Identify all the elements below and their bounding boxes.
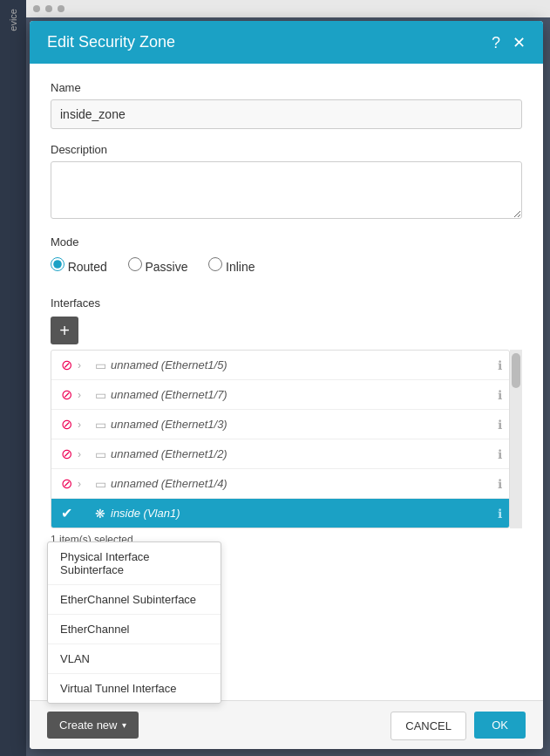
modal-header: Edit Security Zone ? ✕ <box>30 21 543 64</box>
interface-row[interactable]: ⊘ › ▭ unnamed (Ethernet1/3) ℹ <box>51 410 509 439</box>
interface-type-icon: ▭ <box>93 447 107 461</box>
interface-type-icon: ▭ <box>93 418 107 432</box>
name-input[interactable] <box>51 99 522 129</box>
mode-inline-radio[interactable] <box>208 257 222 271</box>
mode-radio-group: Routed Passive Inline <box>51 257 522 283</box>
info-icon[interactable]: ℹ <box>498 447 502 461</box>
interface-name: unnamed (Ethernet1/3) <box>111 418 494 431</box>
mode-routed-radio[interactable] <box>51 257 65 271</box>
interface-name: unnamed (Ethernet1/5) <box>111 358 494 371</box>
dropdown-item-etherchannel[interactable]: EtherChannel <box>48 615 221 644</box>
close-button[interactable]: ✕ <box>513 35 526 51</box>
interface-row[interactable]: ⊘ › ▭ unnamed (Ethernet1/4) ℹ <box>51 469 509 499</box>
mode-inline-label: Inline <box>226 260 255 274</box>
mode-label: Mode <box>51 235 522 249</box>
scrollbar-thumb[interactable] <box>512 353 520 388</box>
chevron-right-icon: › <box>78 478 90 490</box>
interface-type-icon: ▭ <box>93 477 107 491</box>
edit-security-zone-modal: Edit Security Zone ? ✕ Name Description … <box>30 21 543 749</box>
plus-icon: + <box>59 321 70 341</box>
name-label: Name <box>51 81 522 94</box>
top-dot-1 <box>33 5 40 12</box>
ban-icon: ⊘ <box>58 357 74 373</box>
device-label: evice <box>8 9 18 31</box>
interface-type-icon: ▭ <box>93 358 107 372</box>
ban-icon: ⊘ <box>58 416 74 432</box>
dropdown-item-etherchannel-subinterface[interactable]: EtherChannel Subinterface <box>48 585 221 615</box>
chevron-down-icon: ▾ <box>122 720 126 730</box>
interfaces-list-area: ⊘ › ▭ unnamed (Ethernet1/5) ℹ ⊘ › ▭ unna… <box>51 350 522 528</box>
interface-name: unnamed (Ethernet1/4) <box>111 477 494 490</box>
info-icon-selected[interactable]: ℹ <box>498 507 502 521</box>
interfaces-section: Interfaces + ⊘ › ▭ unnamed (Ethernet1/5)… <box>51 296 522 546</box>
interface-name: unnamed (Ethernet1/7) <box>111 388 494 401</box>
ban-icon: ⊘ <box>58 475 74 492</box>
info-icon[interactable]: ℹ <box>498 358 502 372</box>
interface-name-selected: inside (Vlan1) <box>111 507 494 520</box>
top-dot-3 <box>58 5 65 12</box>
info-icon[interactable]: ℹ <box>498 477 502 491</box>
add-interface-button[interactable]: + <box>51 317 78 344</box>
cancel-inner-button[interactable]: CANCEL <box>390 712 466 740</box>
top-bar <box>26 0 550 17</box>
create-new-label: Create new <box>59 719 117 732</box>
ban-icon: ⊘ <box>58 446 74 462</box>
dropdown-item-virtual-tunnel[interactable]: Virtual Tunnel Interface <box>48 674 221 703</box>
vlan-icon: ❋ <box>93 507 107 521</box>
dropdown-item-physical-subinterface[interactable]: Physical Interface Subinterface <box>48 542 221 585</box>
mode-passive-option[interactable]: Passive <box>128 257 188 274</box>
chevron-right-icon: › <box>78 448 90 460</box>
interface-row[interactable]: ⊘ › ▭ unnamed (Ethernet1/5) ℹ <box>51 351 509 380</box>
chevron-right-icon: › <box>78 419 90 431</box>
interface-type-icon: ▭ <box>93 388 107 402</box>
description-input[interactable] <box>51 161 522 219</box>
help-button[interactable]: ? <box>492 35 500 51</box>
name-field-group: Name <box>51 81 522 129</box>
dropdown-item-vlan[interactable]: VLAN <box>48 644 221 674</box>
info-icon[interactable]: ℹ <box>498 388 502 402</box>
ban-icon: ⊘ <box>58 386 74 403</box>
description-field-group: Description <box>51 143 522 221</box>
chevron-right-icon: › <box>78 359 90 371</box>
check-icon: ✔ <box>58 505 74 521</box>
sidebar-device: evice <box>0 0 26 756</box>
interfaces-label: Interfaces <box>51 296 522 310</box>
modal-header-icons: ? ✕ <box>492 35 526 51</box>
ok-inner-button[interactable]: OK <box>474 712 526 739</box>
top-dot-2 <box>45 5 52 12</box>
interface-name: unnamed (Ethernet1/2) <box>111 447 494 460</box>
modal-title: Edit Security Zone <box>47 33 175 51</box>
info-icon[interactable]: ℹ <box>498 418 502 432</box>
description-label: Description <box>51 143 522 156</box>
interfaces-list-scroll[interactable]: ⊘ › ▭ unnamed (Ethernet1/5) ℹ ⊘ › ▭ unna… <box>51 350 510 528</box>
interface-row[interactable]: ⊘ › ▭ unnamed (Ethernet1/2) ℹ <box>51 439 509 469</box>
mode-inline-option[interactable]: Inline <box>208 257 255 274</box>
interface-row-selected[interactable]: ✔ ❋ inside (Vlan1) ℹ <box>51 499 509 528</box>
scrollbar-track[interactable] <box>510 350 522 528</box>
modal-footer: Create new ▾ CANCEL OK Physical Interfac… <box>30 700 543 749</box>
mode-routed-option[interactable]: Routed <box>51 257 107 274</box>
create-new-dropdown: Physical Interface Subinterface EtherCha… <box>47 541 221 704</box>
create-new-button[interactable]: Create new ▾ <box>47 712 139 739</box>
mode-passive-radio[interactable] <box>128 257 142 271</box>
mode-routed-label: Routed <box>68 260 107 274</box>
mode-passive-label: Passive <box>145 260 187 274</box>
interface-row[interactable]: ⊘ › ▭ unnamed (Ethernet1/7) ℹ <box>51 380 509 410</box>
mode-section: Mode Routed Passive Inline <box>51 235 522 283</box>
interfaces-list: ⊘ › ▭ unnamed (Ethernet1/5) ℹ ⊘ › ▭ unna… <box>51 350 510 528</box>
chevron-right-icon: › <box>78 389 90 401</box>
